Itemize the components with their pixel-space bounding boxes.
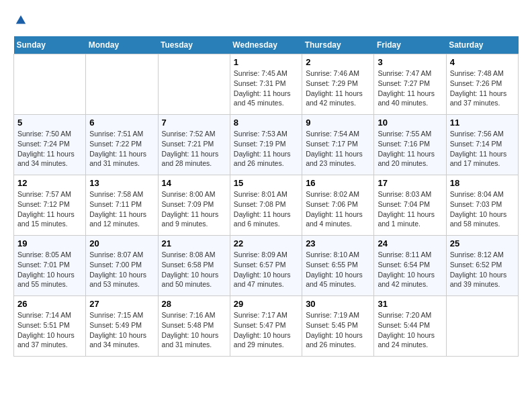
day-number: 1 xyxy=(234,57,298,67)
calendar-cell: 15Sunrise: 8:01 AMSunset: 7:08 PMDayligh… xyxy=(230,175,302,236)
calendar-cell: 21Sunrise: 8:08 AMSunset: 6:58 PMDayligh… xyxy=(158,236,230,296)
day-info: Sunrise: 7:19 AMSunset: 5:45 PMDaylight:… xyxy=(306,310,370,350)
day-number: 14 xyxy=(162,178,226,188)
calendar-cell: 9Sunrise: 7:54 AMSunset: 7:17 PMDaylight… xyxy=(302,115,374,175)
calendar-cell: 12Sunrise: 7:57 AMSunset: 7:12 PMDayligh… xyxy=(14,175,86,236)
day-number: 21 xyxy=(162,238,226,248)
day-of-week-header: Tuesday xyxy=(158,36,230,54)
calendar-cell: 13Sunrise: 7:58 AMSunset: 7:11 PMDayligh… xyxy=(86,175,158,236)
day-info: Sunrise: 8:01 AMSunset: 7:08 PMDaylight:… xyxy=(234,189,298,229)
calendar-cell: 4Sunrise: 7:48 AMSunset: 7:26 PMDaylight… xyxy=(446,54,518,115)
day-number: 29 xyxy=(234,299,298,309)
day-number: 25 xyxy=(450,238,515,248)
day-info: Sunrise: 7:50 AMSunset: 7:24 PMDaylight:… xyxy=(17,129,82,169)
day-info: Sunrise: 8:12 AMSunset: 6:52 PMDaylight:… xyxy=(450,250,515,289)
day-info: Sunrise: 7:16 AMSunset: 5:48 PMDaylight:… xyxy=(162,310,226,350)
logo xyxy=(13,13,27,30)
calendar-cell: 23Sunrise: 8:10 AMSunset: 6:55 PMDayligh… xyxy=(302,236,374,296)
day-number: 23 xyxy=(306,238,370,248)
calendar-cell: 3Sunrise: 7:47 AMSunset: 7:27 PMDaylight… xyxy=(374,54,446,115)
day-number: 16 xyxy=(306,178,370,188)
day-number: 2 xyxy=(306,57,370,67)
day-of-week-header: Sunday xyxy=(14,36,86,54)
day-number: 12 xyxy=(17,178,82,188)
calendar-week-row: 1Sunrise: 7:45 AMSunset: 7:31 PMDaylight… xyxy=(14,54,519,115)
day-info: Sunrise: 8:10 AMSunset: 6:55 PMDaylight:… xyxy=(306,250,370,289)
calendar-cell: 6Sunrise: 7:51 AMSunset: 7:22 PMDaylight… xyxy=(86,115,158,175)
day-info: Sunrise: 7:54 AMSunset: 7:17 PMDaylight:… xyxy=(306,129,370,169)
day-info: Sunrise: 7:45 AMSunset: 7:31 PMDaylight:… xyxy=(234,68,298,108)
day-number: 19 xyxy=(17,238,82,248)
calendar-cell: 18Sunrise: 8:04 AMSunset: 7:03 PMDayligh… xyxy=(446,175,518,236)
day-info: Sunrise: 7:51 AMSunset: 7:22 PMDaylight:… xyxy=(89,129,154,169)
calendar-cell: 16Sunrise: 8:02 AMSunset: 7:06 PMDayligh… xyxy=(302,175,374,236)
calendar-week-row: 26Sunrise: 7:14 AMSunset: 5:51 PMDayligh… xyxy=(14,296,519,357)
day-number: 5 xyxy=(17,118,82,128)
calendar-cell: 1Sunrise: 7:45 AMSunset: 7:31 PMDaylight… xyxy=(230,54,302,115)
calendar-cell: 30Sunrise: 7:19 AMSunset: 5:45 PMDayligh… xyxy=(302,296,374,357)
day-info: Sunrise: 8:07 AMSunset: 7:00 PMDaylight:… xyxy=(89,250,154,289)
calendar-week-row: 19Sunrise: 8:05 AMSunset: 7:01 PMDayligh… xyxy=(14,236,519,296)
calendar-cell: 5Sunrise: 7:50 AMSunset: 7:24 PMDaylight… xyxy=(14,115,86,175)
day-number: 9 xyxy=(306,118,370,128)
day-number: 18 xyxy=(450,178,515,188)
day-info: Sunrise: 8:02 AMSunset: 7:06 PMDaylight:… xyxy=(306,189,370,229)
day-info: Sunrise: 8:00 AMSunset: 7:09 PMDaylight:… xyxy=(162,189,226,229)
day-number: 3 xyxy=(378,57,442,67)
day-info: Sunrise: 7:53 AMSunset: 7:19 PMDaylight:… xyxy=(234,129,298,169)
logo-icon xyxy=(15,14,27,26)
day-info: Sunrise: 7:47 AMSunset: 7:27 PMDaylight:… xyxy=(378,68,442,108)
day-info: Sunrise: 7:15 AMSunset: 5:49 PMDaylight:… xyxy=(89,310,154,350)
day-number: 30 xyxy=(306,299,370,309)
day-info: Sunrise: 8:03 AMSunset: 7:04 PMDaylight:… xyxy=(378,189,442,229)
day-info: Sunrise: 8:08 AMSunset: 6:58 PMDaylight:… xyxy=(162,250,226,289)
day-number: 7 xyxy=(162,118,226,128)
day-number: 11 xyxy=(450,118,515,128)
calendar-cell: 11Sunrise: 7:56 AMSunset: 7:14 PMDayligh… xyxy=(446,115,518,175)
day-info: Sunrise: 7:58 AMSunset: 7:11 PMDaylight:… xyxy=(89,189,154,229)
day-of-week-header: Friday xyxy=(374,36,446,54)
calendar-header-row: SundayMondayTuesdayWednesdayThursdayFrid… xyxy=(14,36,519,54)
calendar-cell: 20Sunrise: 8:07 AMSunset: 7:00 PMDayligh… xyxy=(86,236,158,296)
day-of-week-header: Thursday xyxy=(302,36,374,54)
day-number: 28 xyxy=(162,299,226,309)
calendar-cell: 31Sunrise: 7:20 AMSunset: 5:44 PMDayligh… xyxy=(374,296,446,357)
day-info: Sunrise: 7:46 AMSunset: 7:29 PMDaylight:… xyxy=(306,68,370,108)
calendar-week-row: 12Sunrise: 7:57 AMSunset: 7:12 PMDayligh… xyxy=(14,175,519,236)
calendar-cell xyxy=(446,296,518,357)
calendar-cell: 28Sunrise: 7:16 AMSunset: 5:48 PMDayligh… xyxy=(158,296,230,357)
day-info: Sunrise: 7:56 AMSunset: 7:14 PMDaylight:… xyxy=(450,129,515,169)
day-number: 10 xyxy=(378,118,442,128)
calendar-cell: 10Sunrise: 7:55 AMSunset: 7:16 PMDayligh… xyxy=(374,115,446,175)
day-number: 6 xyxy=(89,118,154,128)
calendar-cell: 17Sunrise: 8:03 AMSunset: 7:04 PMDayligh… xyxy=(374,175,446,236)
day-info: Sunrise: 7:17 AMSunset: 5:47 PMDaylight:… xyxy=(234,310,298,350)
day-number: 13 xyxy=(89,178,154,188)
calendar-cell: 22Sunrise: 8:09 AMSunset: 6:57 PMDayligh… xyxy=(230,236,302,296)
calendar-table: SundayMondayTuesdayWednesdayThursdayFrid… xyxy=(13,36,519,357)
page-header xyxy=(13,13,519,30)
calendar-cell xyxy=(14,54,86,115)
day-of-week-header: Saturday xyxy=(446,36,518,54)
calendar-cell: 27Sunrise: 7:15 AMSunset: 5:49 PMDayligh… xyxy=(86,296,158,357)
calendar-cell xyxy=(86,54,158,115)
day-number: 22 xyxy=(234,238,298,248)
day-number: 8 xyxy=(234,118,298,128)
day-number: 20 xyxy=(89,238,154,248)
day-info: Sunrise: 8:09 AMSunset: 6:57 PMDaylight:… xyxy=(234,250,298,289)
day-of-week-header: Wednesday xyxy=(230,36,302,54)
calendar-cell: 8Sunrise: 7:53 AMSunset: 7:19 PMDaylight… xyxy=(230,115,302,175)
day-number: 4 xyxy=(450,57,515,67)
calendar-week-row: 5Sunrise: 7:50 AMSunset: 7:24 PMDaylight… xyxy=(14,115,519,175)
day-number: 24 xyxy=(378,238,442,248)
calendar-cell: 14Sunrise: 8:00 AMSunset: 7:09 PMDayligh… xyxy=(158,175,230,236)
day-info: Sunrise: 7:20 AMSunset: 5:44 PMDaylight:… xyxy=(378,310,442,350)
day-info: Sunrise: 7:55 AMSunset: 7:16 PMDaylight:… xyxy=(378,129,442,169)
day-number: 31 xyxy=(378,299,442,309)
calendar-cell: 7Sunrise: 7:52 AMSunset: 7:21 PMDaylight… xyxy=(158,115,230,175)
calendar-cell: 25Sunrise: 8:12 AMSunset: 6:52 PMDayligh… xyxy=(446,236,518,296)
calendar-cell: 2Sunrise: 7:46 AMSunset: 7:29 PMDaylight… xyxy=(302,54,374,115)
calendar-cell: 24Sunrise: 8:11 AMSunset: 6:54 PMDayligh… xyxy=(374,236,446,296)
day-info: Sunrise: 8:04 AMSunset: 7:03 PMDaylight:… xyxy=(450,189,515,229)
calendar-cell: 19Sunrise: 8:05 AMSunset: 7:01 PMDayligh… xyxy=(14,236,86,296)
